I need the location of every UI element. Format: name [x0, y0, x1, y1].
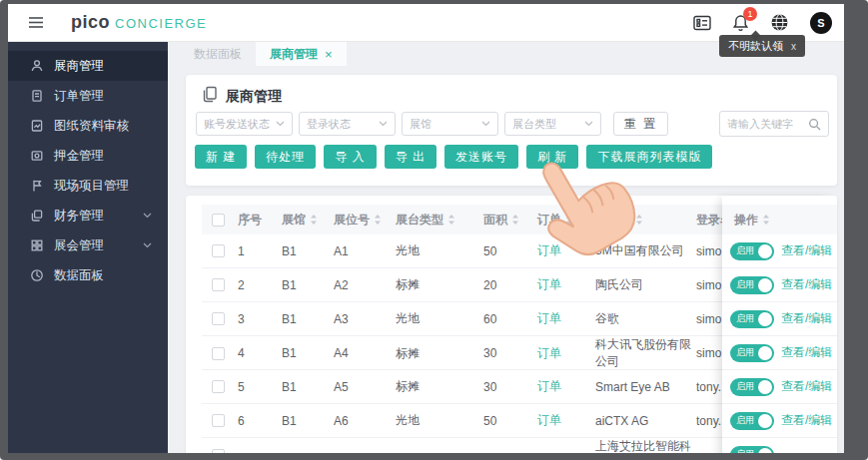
order-link[interactable]: 订单 — [537, 378, 595, 395]
tab-1[interactable]: 展商管理× — [256, 42, 347, 66]
chevron-down-icon — [379, 121, 388, 127]
claim-tooltip-close-icon[interactable]: x — [791, 41, 796, 52]
sort-icon[interactable] — [374, 214, 382, 226]
notification-badge: 1 — [743, 7, 757, 21]
filter-select-placeholder: 账号发送状态 — [204, 117, 276, 132]
search-icon[interactable] — [808, 118, 821, 131]
claim-tooltip: 不明款认领 x — [719, 35, 805, 57]
action-row: 启用查看/编辑 — [722, 302, 837, 336]
enable-toggle[interactable]: 启用 — [730, 310, 774, 328]
view-edit-link[interactable]: 查看/编辑 — [781, 344, 832, 361]
order-link[interactable]: 订单 — [537, 310, 595, 327]
enable-toggle[interactable]: 启用 — [730, 446, 774, 454]
sort-icon[interactable] — [565, 214, 573, 226]
sidebar-item-4[interactable]: 现场项目管理 — [8, 171, 168, 201]
hamburger-menu-icon[interactable] — [28, 16, 44, 29]
toggle-knob — [758, 244, 772, 258]
sidebar-item-6[interactable]: 展会管理 — [8, 230, 168, 260]
row-checkbox[interactable] — [212, 347, 225, 360]
view-edit-link[interactable]: 查看/编辑 — [781, 310, 832, 327]
fixed-action-column: 操作 启用查看/编辑启用查看/编辑启用查看/编辑启用查看/编辑启用查看/编辑启用… — [722, 196, 837, 453]
enable-toggle[interactable]: 启用 — [730, 242, 774, 260]
sidebar-item-2[interactable]: 图纸资料审核 — [8, 111, 168, 141]
view-edit-link[interactable]: 查看/编辑 — [781, 276, 832, 293]
sort-icon[interactable] — [310, 214, 318, 226]
search-input[interactable] — [727, 118, 808, 130]
cell-booth_type: 光地 — [396, 412, 483, 429]
column-header-3: 展台类型 — [396, 212, 483, 229]
notification-bell-icon[interactable]: 1 — [732, 14, 749, 32]
filter-select-3[interactable]: 展台类型 — [504, 112, 601, 136]
toggle-knob — [758, 278, 772, 292]
row-checkbox[interactable] — [212, 244, 225, 257]
user-avatar[interactable]: S — [810, 12, 832, 34]
row-checkbox[interactable] — [212, 414, 225, 427]
row-checkbox[interactable] — [212, 449, 225, 454]
sidebar-item-5[interactable]: 财务管理 — [8, 201, 168, 230]
sidebar-item-1[interactable]: 订单管理 — [8, 81, 168, 111]
enable-toggle[interactable]: 启用 — [730, 412, 774, 430]
sidebar-item-label: 图纸资料审核 — [54, 118, 129, 135]
row-checkbox[interactable] — [212, 312, 225, 325]
view-edit-link[interactable]: 查看/编辑 — [781, 378, 832, 395]
filter-select-1[interactable]: 登录状态 — [299, 112, 396, 136]
sidebar-item-7[interactable]: 数据面板 — [8, 260, 168, 290]
sort-icon[interactable] — [762, 214, 770, 226]
cell-booth: A2 — [334, 278, 396, 292]
row-checkbox[interactable] — [212, 278, 225, 291]
order-link[interactable]: 订单 — [537, 276, 595, 293]
action-button-0[interactable]: 新 建 — [195, 145, 247, 169]
sort-icon[interactable] — [635, 214, 643, 226]
cell-booth_type: 标摊 — [396, 276, 483, 293]
toggle-label: 启用 — [736, 448, 754, 453]
pages-icon — [202, 86, 218, 107]
deposit-icon — [30, 149, 44, 163]
column-header-5: 订单 — [537, 212, 595, 229]
order-link[interactable]: 订单 — [537, 242, 595, 259]
language-globe-icon[interactable] — [770, 13, 789, 32]
cell-area: 30 — [483, 380, 537, 394]
action-button-4[interactable]: 发送账号 — [444, 145, 518, 169]
action-button-2[interactable]: 导 入 — [324, 145, 376, 169]
page-title: 展商管理 — [226, 88, 282, 106]
sidebar-item-label: 订单管理 — [54, 88, 104, 105]
claim-list-icon[interactable] — [693, 15, 711, 31]
cell-booth: A1 — [334, 244, 396, 258]
cell-booth_type: 光地 — [396, 242, 483, 259]
cell-index: 5 — [238, 380, 282, 394]
toggle-knob — [758, 414, 772, 428]
filter-select-2[interactable]: 展馆 — [402, 112, 498, 136]
action-button-6[interactable]: 下载展商列表模版 — [586, 145, 712, 169]
cell-exhibitor: Smart Eye AB — [595, 380, 696, 394]
tab-close-icon[interactable]: × — [325, 47, 333, 62]
exhibitor-icon — [30, 59, 44, 73]
view-edit-link[interactable]: 查看/编辑 — [781, 412, 832, 429]
sort-icon[interactable] — [511, 214, 519, 226]
reset-button[interactable]: 重 置 — [613, 112, 668, 136]
chevron-down-icon — [143, 242, 152, 248]
cell-booth: A4 — [334, 346, 396, 360]
chevron-down-icon — [584, 121, 593, 127]
cell-booth: A5 — [334, 380, 396, 394]
keyword-search-box — [719, 111, 829, 137]
enable-toggle[interactable]: 启用 — [730, 344, 774, 362]
order-link[interactable]: 订单 — [537, 345, 595, 362]
action-button-1[interactable]: 待处理 — [255, 145, 316, 169]
column-header-2: 展位号 — [334, 212, 396, 229]
cell-area: 20 — [483, 278, 537, 292]
enable-toggle[interactable]: 启用 — [730, 378, 774, 396]
action-button-5[interactable]: 刷 新 — [526, 145, 578, 169]
logo-secondary: CONCIERGE — [115, 16, 207, 31]
select-all-checkbox[interactable] — [212, 214, 225, 227]
sidebar-item-0[interactable]: 展商管理 — [8, 51, 168, 81]
row-checkbox[interactable] — [212, 380, 225, 393]
tab-0[interactable]: 数据面板 — [180, 42, 256, 66]
sort-icon[interactable] — [447, 214, 455, 226]
view-edit-link[interactable]: 查看/编辑 — [781, 242, 832, 259]
enable-toggle[interactable]: 启用 — [730, 276, 774, 294]
order-link[interactable]: 订单 — [537, 412, 595, 429]
action-column-label: 操作 — [734, 212, 758, 229]
action-button-3[interactable]: 导 出 — [385, 145, 436, 169]
sidebar-item-3[interactable]: 押金管理 — [8, 141, 168, 171]
filter-select-0[interactable]: 账号发送状态 — [196, 112, 293, 136]
